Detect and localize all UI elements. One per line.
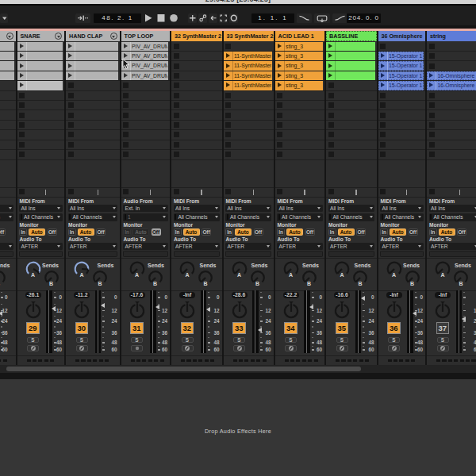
clip-play-icon[interactable] — [328, 63, 332, 68]
track-header-BASSLINE[interactable]: BASSLINE — [326, 31, 377, 41]
monitor-off-button[interactable]: Off — [409, 228, 418, 236]
clip-slot[interactable] — [378, 101, 426, 110]
monitor-in-button[interactable]: In — [174, 228, 182, 236]
clip-slot[interactable] — [0, 81, 16, 90]
monitor-off-button[interactable]: Off — [0, 228, 6, 236]
pan-knob[interactable] — [282, 301, 300, 321]
track-stop-button[interactable] — [225, 189, 231, 194]
clip-stop-button[interactable] — [328, 142, 334, 148]
track-stop-button[interactable] — [429, 189, 435, 194]
clip-stop-button[interactable] — [174, 83, 179, 88]
volume-fader-marker[interactable] — [52, 306, 56, 311]
clip-stop-button[interactable] — [328, 122, 334, 128]
clip-play-icon[interactable] — [278, 73, 282, 78]
clip-slot[interactable] — [66, 71, 120, 81]
monitor-auto-button[interactable]: Auto — [78, 228, 94, 236]
clip-stop-button[interactable] — [225, 102, 231, 108]
arm-button[interactable] — [182, 345, 194, 351]
clip-slot[interactable] — [326, 71, 377, 81]
session-clip[interactable]: 11-SynthMaster 2 — [224, 61, 272, 70]
io-input-dropdown[interactable]: All Ins — [0, 205, 13, 213]
clip-stop-button[interactable] — [380, 142, 386, 148]
monitor-in-button[interactable]: In — [225, 228, 233, 236]
clip-stop-button[interactable] — [328, 152, 334, 157]
clip-stop-button[interactable] — [429, 122, 435, 128]
overdub-button[interactable] — [188, 13, 198, 23]
clip-slot[interactable] — [66, 52, 120, 61]
clip-slot[interactable] — [121, 101, 171, 110]
clip-slot[interactable] — [427, 42, 476, 52]
monitor-off-button[interactable]: Off — [305, 228, 315, 236]
track-number[interactable]: 32 — [181, 322, 194, 335]
arm-button[interactable] — [27, 345, 39, 351]
track-stop-button[interactable] — [277, 189, 282, 194]
session-clip[interactable] — [17, 81, 63, 90]
clip-slot[interactable] — [275, 101, 325, 110]
clip-play-icon[interactable] — [278, 44, 282, 48]
clip-slot[interactable]: 16-Omnisphere — [427, 81, 476, 90]
io-output-dropdown[interactable]: AFTER — [429, 243, 476, 251]
clip-slot[interactable] — [275, 91, 325, 101]
clip-slot[interactable] — [0, 110, 16, 120]
clip-slot[interactable] — [326, 52, 377, 61]
session-clip[interactable]: PIV_AV_DRUM — [121, 42, 169, 51]
volume-fader-marker[interactable] — [155, 305, 159, 309]
clip-play-icon[interactable] — [20, 73, 24, 78]
clip-slot[interactable] — [171, 150, 222, 159]
record-button[interactable] — [170, 13, 178, 23]
pan-knob[interactable] — [333, 301, 351, 321]
io-channel-dropdown[interactable]: All Channels — [225, 213, 271, 221]
clip-slot[interactable] — [171, 110, 222, 120]
clip-slot[interactable] — [224, 130, 274, 140]
clip-slot[interactable] — [0, 130, 16, 140]
clip-stop-button[interactable] — [380, 44, 386, 49]
clip-stop-button[interactable] — [174, 53, 179, 59]
session-clip[interactable] — [66, 71, 118, 80]
clip-slot[interactable]: 15-Operator 1 — [378, 81, 426, 90]
clip-stop-button[interactable] — [68, 83, 74, 88]
clip-stop-button[interactable] — [68, 93, 74, 98]
track-header-32 SynthMaster 2[interactable]: 32 SynthMaster 2 — [171, 31, 222, 41]
clip-stop-button[interactable] — [123, 122, 129, 128]
volume-value[interactable]: -Inf — [386, 292, 402, 298]
io-output-dropdown[interactable]: AFTER — [68, 243, 118, 251]
io-input-dropdown[interactable]: All Ins — [380, 205, 424, 213]
clip-slot[interactable]: 11-SynthMaster 2 — [224, 52, 274, 61]
clip-play-icon[interactable] — [328, 53, 332, 58]
track-stop-button[interactable] — [19, 189, 25, 194]
clip-slot[interactable] — [224, 121, 274, 130]
clip-play-icon[interactable] — [226, 73, 230, 78]
clip-slot[interactable] — [17, 52, 65, 61]
clip-slot[interactable] — [0, 52, 16, 61]
arm-button[interactable] — [76, 345, 88, 351]
clip-stop-button[interactable] — [429, 142, 435, 148]
clip-slot[interactable] — [326, 150, 377, 159]
session-clip[interactable]: 11-SynthMaster 2 — [224, 52, 272, 60]
track-number[interactable]: 29 — [26, 322, 40, 335]
track-number[interactable]: 36 — [387, 322, 401, 335]
clip-stop-button[interactable] — [19, 93, 25, 98]
clip-stop-button[interactable] — [68, 152, 74, 157]
io-channel-dropdown[interactable]: All Channels — [19, 213, 63, 221]
session-clip[interactable] — [326, 42, 375, 51]
clip-slot[interactable] — [121, 150, 171, 159]
clip-slot[interactable] — [0, 101, 16, 110]
clip-stop-button[interactable] — [328, 113, 334, 118]
volume-value[interactable]: -22.2 — [283, 292, 299, 298]
session-clip[interactable]: sting_3 — [275, 81, 324, 90]
io-output-dropdown[interactable]: AFTER — [0, 243, 13, 251]
clip-play-icon[interactable] — [328, 73, 332, 78]
clip-slot[interactable] — [121, 140, 171, 150]
clip-slot[interactable] — [171, 81, 222, 90]
clip-play-icon[interactable] — [278, 53, 282, 58]
volume-fader-marker[interactable] — [361, 296, 365, 301]
clip-slot[interactable] — [171, 101, 222, 110]
clip-slot[interactable] — [171, 61, 222, 71]
clip-slot[interactable] — [224, 42, 274, 52]
solo-button[interactable]: S — [388, 337, 400, 343]
clip-stop-button[interactable] — [174, 132, 179, 137]
monitor-in-button[interactable]: In — [19, 228, 27, 236]
clip-slot[interactable]: sting_3 — [275, 61, 325, 71]
clip-slot[interactable]: 15-Operator 1 — [378, 71, 426, 81]
clip-stop-button[interactable] — [277, 142, 282, 148]
